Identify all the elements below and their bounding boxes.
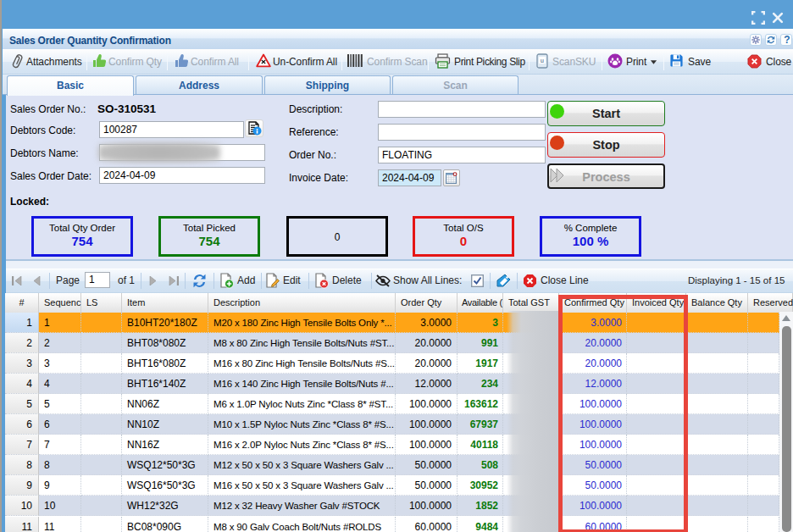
svg-text:u: u (541, 58, 544, 64)
